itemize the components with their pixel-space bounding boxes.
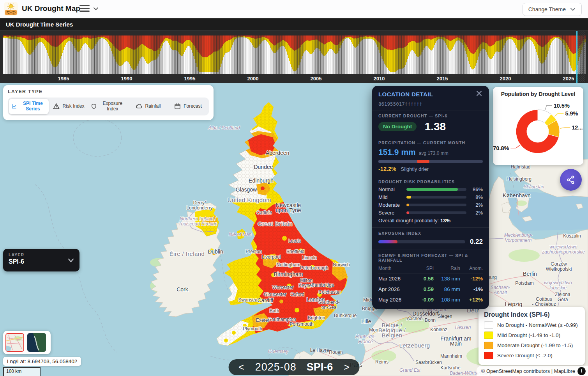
risk-rows: Normal86%Mild8%Moderate2%Severe2%: [378, 186, 483, 216]
layer-type-card: LAYER TYPE SPI Time SeriesRisk IndexExpo…: [3, 85, 214, 120]
forecast-col-header: SPI: [413, 266, 434, 271]
overall-probability-value: 13%: [440, 218, 450, 223]
forecast-row: Apr 20260.5986 mm-1%: [378, 284, 483, 294]
current-layer-label: SPI-6: [307, 361, 333, 373]
map-label: Lille: [362, 318, 371, 325]
cloud-icon: [135, 103, 143, 110]
population-card: Population by Drought Level 10.5%5.9%12.…: [493, 87, 583, 165]
population-donut-chart[interactable]: 10.5%5.9%12...70.8%: [493, 97, 583, 163]
tab-label: Rainfall: [145, 104, 161, 109]
precip-value: 151.9 mm: [378, 147, 416, 157]
legend-swatch: [484, 332, 493, 339]
chevron-down-icon: [68, 258, 74, 263]
forecast-col-header: Rain: [434, 266, 460, 271]
map-label: Carlisle: [256, 210, 272, 215]
layer-dropdown-label: LAYER: [9, 252, 74, 257]
map-label: Dundee: [254, 164, 273, 170]
tab-rainfall[interactable]: Rainfall: [128, 99, 168, 114]
top-header-bar: UK Drought Map Change Theme: [0, 0, 588, 18]
map-label: Isle of Man: [229, 232, 252, 237]
map-label: Dunkerque: [334, 313, 357, 318]
map-label: Glasgow: [236, 186, 257, 193]
map-label: Alba / Scotland: [208, 125, 240, 131]
app-logo-icon: [4, 2, 18, 16]
population-card-title: Population by Drought Level: [493, 87, 583, 97]
risk-row-moderate: Moderate2%: [378, 202, 483, 208]
risk-row-mild: Mild8%: [378, 194, 483, 200]
layer-type-tabs: SPI Time SeriesRisk IndexExposure IndexR…: [8, 98, 209, 115]
map-label: Reims: [375, 359, 388, 365]
map-label: Halmstad: [511, 164, 531, 170]
map-label: Hessen: [455, 325, 471, 330]
share-button[interactable]: [560, 169, 582, 191]
map-label: Koszalin: [563, 233, 581, 239]
map-label: Guernsey: [268, 349, 289, 354]
map-label: Cambridge: [311, 282, 334, 288]
map-label: Norwich: [333, 262, 350, 268]
map-label: Northern Ireland /Tuaisceart Éireann: [178, 216, 217, 227]
map-label: Plymouth: [243, 326, 262, 332]
map-label: Dublin: [208, 248, 223, 255]
tab-label: Forecast: [184, 104, 202, 109]
map-label: Newcastleupon Tyne: [275, 202, 301, 213]
map-label: Hauts-de-France: [355, 334, 376, 344]
donut-label: 12...: [572, 124, 583, 131]
svg-text:1990: 1990: [121, 76, 132, 82]
next-month-button[interactable]: >: [343, 362, 350, 372]
map-label: Bonn: [425, 317, 436, 323]
map-label: Mecklenburg-Vorpommern: [504, 232, 533, 243]
timeseries-panel: 198519901995200020052010201520202025: [0, 31, 588, 83]
forecast-rows: Mar 20260.56138 mm-12%Apr 20260.5986 mm-…: [378, 273, 483, 305]
svg-text:2015: 2015: [437, 76, 448, 82]
map-label: Skåne län: [523, 184, 544, 190]
info-icon[interactable]: i: [577, 367, 586, 375]
tab-risk-index[interactable]: Risk Index: [49, 99, 88, 114]
svg-text:2025: 2025: [563, 76, 574, 82]
layer-dropdown[interactable]: LAYER SPI-6: [3, 249, 79, 271]
close-icon[interactable]: [475, 90, 483, 99]
legend-swatch: [484, 352, 493, 359]
share-icon: [566, 175, 576, 185]
tab-exposure-index[interactable]: Exposure Index: [88, 99, 128, 114]
basemap-thumbnail-street[interactable]: [5, 333, 24, 352]
map-label: Aberdeen: [266, 150, 290, 156]
svg-text:1985: 1985: [58, 76, 69, 82]
app-root: Alba / ScotlandAberdeenDundeeEdinburghGl…: [0, 0, 588, 376]
attribution-text[interactable]: © OpenStreetMap contributors | MapLibre: [481, 368, 575, 374]
svg-text:2000: 2000: [247, 76, 259, 82]
legend-item: Mild Drought (-1.49 to -1.0): [484, 332, 579, 339]
map-label: Oxford: [290, 292, 304, 297]
layer-dropdown-value: SPI-6: [9, 258, 74, 265]
tab-forecast[interactable]: Forecast: [168, 99, 208, 114]
timeseries-panel-title: UK Drought Time Series: [0, 18, 588, 31]
tab-label: Risk Index: [62, 104, 84, 109]
map-label: Grand Est: [399, 367, 421, 373]
change-theme-label: Change Theme: [528, 6, 566, 12]
map-label: Leeds: [288, 238, 301, 244]
hamburger-menu-icon[interactable]: [79, 5, 90, 13]
map-label: Potsdam: [515, 280, 533, 286]
exposure-value: 0.22: [470, 238, 483, 246]
svg-text:1995: 1995: [184, 76, 196, 82]
map-label: Koblenz: [430, 327, 447, 332]
tab-spi-time-series[interactable]: SPI Time Series: [9, 99, 49, 114]
basemap-switcher: [3, 331, 51, 354]
basemap-thumbnail-satellite[interactable]: [27, 333, 46, 352]
legend-label: Moderate Drought (-1.99 to -1.5): [497, 342, 573, 348]
map-attribution[interactable]: © OpenStreetMap contributors | MapLibre …: [477, 366, 588, 376]
precip-anomaly-value: -12.2%: [378, 166, 396, 172]
map-label: Portsmouth: [290, 321, 313, 327]
map-label: Gloucester: [264, 292, 286, 297]
drought-legend: Drought Index (SPI-6) No Drought - Norma…: [479, 307, 585, 365]
chevron-down-icon[interactable]: [93, 6, 99, 14]
change-theme-button[interactable]: Change Theme: [523, 3, 582, 16]
map-label: Belgie /Belgique /Belgien: [378, 322, 406, 339]
prev-month-button[interactable]: <: [238, 362, 245, 372]
shield-icon: [91, 103, 97, 110]
current-month-label: 2025-08: [255, 361, 297, 373]
map-label: Cork: [177, 286, 189, 293]
legend-item: Moderate Drought (-1.99 to -1.5): [484, 342, 579, 349]
map-label: Berlin: [523, 271, 537, 277]
tab-label: SPI Time Series: [19, 101, 46, 112]
drought-timeline-chart[interactable]: 198519901995200020052010201520202025: [0, 31, 588, 83]
